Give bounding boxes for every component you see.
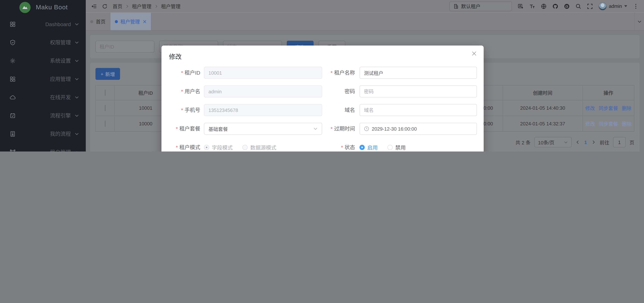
tab-tenant-management[interactable]: 租户管理 [110,13,152,30]
datasource-mode-radio[interactable]: 数据源模式 [242,144,276,151]
refresh-icon[interactable] [102,3,108,9]
sidebar-item-system-settings[interactable]: 系统设置 [0,52,86,70]
select-all-checkbox[interactable] [104,90,105,96]
tab-home[interactable]: 首页 [86,13,110,30]
chevron-down-icon [74,95,79,99]
status-disabled-radio[interactable]: 禁用 [388,144,406,151]
chevron-down-icon [74,77,79,81]
status-label: 状态 [322,141,360,152]
page-number[interactable]: 1 [584,139,588,145]
tab-dot [115,20,118,23]
sidebar-item-workflow-engine[interactable]: 流程引擎 [0,106,86,125]
expire-time-label: 过期时间 [322,123,360,135]
password-label: 密码 [322,86,360,97]
row-checkbox[interactable] [104,121,105,127]
field-mode-radio[interactable]: 字段模式 [204,144,233,151]
delete-link[interactable]: 删除 [622,120,632,127]
tenant-name-field[interactable] [360,67,477,79]
kebab-menu-icon[interactable] [633,3,639,9]
close-tab-icon[interactable] [143,20,146,23]
prev-page-icon[interactable] [575,140,580,144]
chevron-down-icon [624,5,627,7]
page-size-select[interactable]: 10条/页 [534,137,572,147]
username: admin [609,3,622,9]
sync-package-link[interactable]: 同步套餐 [599,105,618,112]
breadcrumb-tenant[interactable]: 租户管理 [132,3,152,10]
tenant-switcher-select[interactable]: 默认租户 [449,1,512,11]
mobile-label: 手机号 [162,104,204,116]
frame-icon [10,149,16,152]
collapse-menu-icon[interactable] [91,3,97,9]
mobile-field[interactable] [204,104,322,116]
expire-time-picker[interactable]: 2029-12-30 16:00:00 [360,123,477,135]
chevron-down-icon [74,40,79,45]
chevron-down-icon [74,132,79,136]
sidebar-item-permissions[interactable]: 权限管理 [0,33,86,52]
fullscreen-icon[interactable] [587,3,593,9]
gear-icon [10,58,16,64]
breadcrumb: 首页 租户管理 租户管理 [112,3,180,10]
tenant-package-label: 租户套餐 [162,123,204,135]
github-icon[interactable] [552,3,558,9]
tenant-mode-radio-group: 字段模式 数据源模式 [204,141,322,152]
clock-icon [364,126,369,131]
add-button[interactable]: + 新增 [96,68,120,80]
edit-tenant-form: 租户ID 租户名称 用户名 密码 手机号 域名 租户套餐 [162,67,484,152]
cell-created: 2024-01-05 14:40:30 [503,100,582,116]
tenant-switcher-value: 默认租户 [461,3,480,10]
building-icon [453,4,458,9]
tab-list-dropdown[interactable] [634,13,644,30]
search-tenant-id-input[interactable] [96,41,154,53]
tenant-id-label: 租户ID [162,67,204,79]
sync-package-link[interactable]: 同步套餐 [599,120,618,127]
breadcrumb-home[interactable]: 首页 [112,3,122,10]
sidebar-item-dashboard[interactable]: Dashboard [0,15,86,33]
username-field[interactable] [204,86,322,97]
tenant-package-select[interactable]: 基础套餐 [204,123,322,135]
chevron-down-icon [74,58,79,63]
tenant-id-field[interactable] [204,67,322,79]
gitee-icon[interactable] [564,3,570,9]
search-icon[interactable] [575,3,581,9]
user-menu[interactable]: admin [598,2,627,10]
dialog-title: 修改 [162,46,484,61]
breadcrumb-separator-icon [154,4,158,8]
shield-icon [10,39,16,45]
username-label: 用户名 [162,86,204,97]
goto-page-input[interactable] [613,137,626,147]
dashboard-icon [10,21,16,27]
domain-field[interactable] [360,104,477,116]
next-page-icon[interactable] [592,140,596,144]
radio-dot [242,145,248,150]
pagination-total: 共 2 条 [516,139,531,146]
edit-link[interactable]: 修改 [585,120,595,127]
sidebar-item-app-management[interactable]: 应用管理 [0,70,86,88]
breadcrumb-separator-icon [125,4,129,8]
calendar-check-icon [10,113,16,119]
domain-label: 域名 [322,104,360,116]
document-user-icon [10,131,16,137]
edit-tenant-dialog: 修改 租户ID 租户名称 用户名 密码 手机号 域名 [162,46,484,152]
sidebar-item-tenant-management[interactable]: 租户管理 [0,143,86,152]
apps-icon [10,76,16,82]
translate-icon[interactable] [518,3,523,9]
radio-dot [360,145,365,150]
col-created: 创建时间 [503,85,582,100]
row-checkbox[interactable] [104,105,105,111]
chevron-down-icon [637,19,642,24]
sidebar-item-my-workflow[interactable]: 我的流程 [0,125,86,143]
close-icon[interactable] [472,51,476,56]
status-enabled-radio[interactable]: 启用 [360,144,378,151]
sidebar-item-online-dev[interactable]: 在线开发 [0,88,86,106]
radio-dot [388,145,393,150]
globe-icon[interactable] [540,3,546,9]
tenant-name-label: 租户名称 [322,67,360,79]
delete-link[interactable]: 删除 [622,105,632,112]
password-field[interactable] [360,86,477,97]
col-actions: 操作 [583,85,634,100]
app-root: Maku Boot Dashboard 权限管理 系统设置 应用管理 在线开发 [0,0,644,152]
edit-link[interactable]: 修改 [585,105,595,112]
chevron-down-icon [564,140,568,144]
font-size-icon[interactable] [529,3,535,9]
top-header: 首页 租户管理 租户管理 默认租户 a [86,0,644,13]
